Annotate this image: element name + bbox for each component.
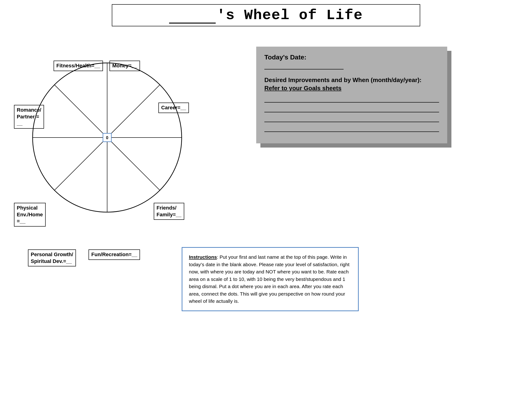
blank-line-2: [264, 106, 439, 112]
blank-line-1: [264, 96, 439, 103]
today-date-label: Today's Date:: [264, 54, 439, 61]
title-box: 's Wheel of Life: [112, 4, 420, 26]
info-panel: Today's Date: Desired Improvements and b…: [256, 47, 447, 143]
title-text: 's Wheel of Life: [217, 7, 363, 24]
wheel-svg: 0: [28, 58, 186, 217]
label-personal: Personal Growth/ Spiritual Dev.=__: [28, 249, 76, 266]
date-line: [264, 63, 343, 69]
name-underline: [169, 23, 216, 24]
instructions-body: Put your first and last name at the top …: [189, 254, 349, 304]
improvements-label: Desired Improvements and by When (month/…: [264, 76, 439, 84]
blank-line-3: [264, 116, 439, 122]
label-fun: Fun/Recreation=__: [88, 249, 140, 260]
blank-line-4: [264, 125, 439, 132]
goals-ref: Refer to your Goals sheets: [264, 85, 439, 92]
svg-text:0: 0: [106, 135, 108, 140]
instructions-box: Instructions: Put your first and last na…: [182, 247, 359, 311]
page-title: 's Wheel of Life: [119, 7, 413, 24]
instructions-title: Instructions: [189, 254, 217, 260]
wheel-area: Fitness/Health=__ Money=__ Career=__ Rom…: [14, 40, 205, 231]
